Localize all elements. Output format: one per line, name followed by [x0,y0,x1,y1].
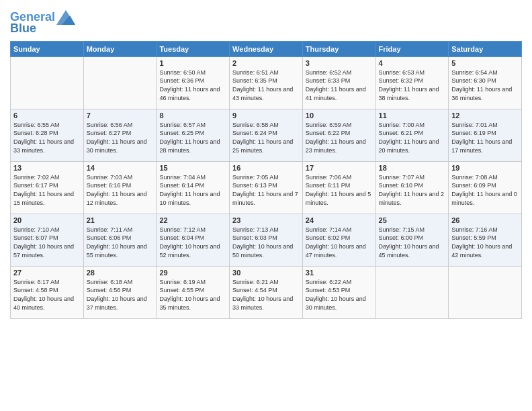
day-number: 16 [232,164,300,172]
day-number: 15 [159,164,226,172]
calendar-cell: 24Sunrise: 7:14 AM Sunset: 6:02 PM Dayli… [302,214,375,266]
day-number: 26 [451,216,519,224]
calendar-week-4: 20Sunrise: 7:10 AM Sunset: 6:07 PM Dayli… [11,214,522,266]
header-day-tuesday: Tuesday [157,41,230,56]
day-number: 7 [87,111,154,120]
day-number: 21 [87,216,154,224]
day-info: Sunrise: 7:02 AM Sunset: 6:17 PM Dayligh… [13,173,81,207]
header-day-thursday: Thursday [302,41,375,56]
calendar-cell [449,266,522,318]
day-info: Sunrise: 7:16 AM Sunset: 5:59 PM Dayligh… [451,226,519,259]
day-number: 22 [159,216,226,224]
day-number: 8 [159,111,226,120]
day-info: Sunrise: 6:50 AM Sunset: 6:36 PM Dayligh… [159,68,226,102]
day-info: Sunrise: 7:13 AM Sunset: 6:03 PM Dayligh… [232,226,300,259]
day-info: Sunrise: 7:15 AM Sunset: 6:00 PM Dayligh… [379,226,446,259]
calendar-cell: 11Sunrise: 7:00 AM Sunset: 6:21 PM Dayli… [375,109,449,161]
day-info: Sunrise: 7:10 AM Sunset: 6:07 PM Dayligh… [13,226,81,259]
calendar-body: 1Sunrise: 6:50 AM Sunset: 6:36 PM Daylig… [11,56,522,318]
calendar-cell [83,56,157,109]
day-number: 12 [451,111,519,120]
day-info: Sunrise: 7:11 AM Sunset: 6:06 PM Dayligh… [87,226,154,259]
calendar-week-5: 27Sunrise: 6:17 AM Sunset: 4:58 PM Dayli… [11,266,522,318]
calendar-cell: 17Sunrise: 7:06 AM Sunset: 6:11 PM Dayli… [302,161,375,214]
page: General Blue SundayMondayTuesdayWednesda… [0,0,532,411]
calendar-cell: 1Sunrise: 6:50 AM Sunset: 6:36 PM Daylig… [157,56,230,109]
calendar-cell: 7Sunrise: 6:56 AM Sunset: 6:27 PM Daylig… [83,109,157,161]
calendar-cell: 25Sunrise: 7:15 AM Sunset: 6:00 PM Dayli… [375,214,449,266]
day-info: Sunrise: 7:01 AM Sunset: 6:19 PM Dayligh… [451,121,519,154]
calendar-week-3: 13Sunrise: 7:02 AM Sunset: 6:17 PM Dayli… [11,161,522,214]
day-number: 19 [451,164,519,172]
calendar-cell: 18Sunrise: 7:07 AM Sunset: 6:10 PM Dayli… [375,161,449,214]
day-info: Sunrise: 6:19 AM Sunset: 4:55 PM Dayligh… [159,278,226,312]
day-info: Sunrise: 6:22 AM Sunset: 4:53 PM Dayligh… [306,278,373,312]
day-number: 13 [13,164,81,172]
day-number: 10 [306,111,373,120]
calendar-cell: 5Sunrise: 6:54 AM Sunset: 6:30 PM Daylig… [449,56,522,109]
day-info: Sunrise: 6:51 AM Sunset: 6:35 PM Dayligh… [232,68,300,102]
day-number: 9 [232,111,300,120]
day-info: Sunrise: 7:05 AM Sunset: 6:13 PM Dayligh… [232,173,300,207]
day-number: 27 [13,269,81,277]
day-number: 29 [159,269,226,277]
header: General Blue [10,7,522,36]
day-number: 30 [232,269,300,277]
logo-icon [56,10,75,25]
calendar-cell: 20Sunrise: 7:10 AM Sunset: 6:07 PM Dayli… [11,214,84,266]
day-number: 23 [232,216,300,224]
day-number: 5 [451,59,519,67]
day-info: Sunrise: 7:04 AM Sunset: 6:14 PM Dayligh… [159,173,226,207]
day-info: Sunrise: 6:53 AM Sunset: 6:32 PM Dayligh… [379,68,446,102]
day-info: Sunrise: 6:54 AM Sunset: 6:30 PM Dayligh… [451,68,519,102]
day-number: 3 [306,59,373,67]
day-info: Sunrise: 6:17 AM Sunset: 4:58 PM Dayligh… [13,278,81,312]
calendar-cell: 27Sunrise: 6:17 AM Sunset: 4:58 PM Dayli… [11,266,84,318]
calendar-cell: 8Sunrise: 6:57 AM Sunset: 6:25 PM Daylig… [157,109,230,161]
day-info: Sunrise: 6:21 AM Sunset: 4:54 PM Dayligh… [232,278,300,312]
day-number: 28 [87,269,154,277]
calendar-cell: 12Sunrise: 7:01 AM Sunset: 6:19 PM Dayli… [449,109,522,161]
calendar-cell: 13Sunrise: 7:02 AM Sunset: 6:17 PM Dayli… [11,161,84,214]
day-info: Sunrise: 6:59 AM Sunset: 6:22 PM Dayligh… [306,121,373,154]
logo: General Blue [10,10,75,36]
header-day-friday: Friday [375,41,449,56]
day-info: Sunrise: 7:14 AM Sunset: 6:02 PM Dayligh… [306,226,373,259]
calendar-week-2: 6Sunrise: 6:55 AM Sunset: 6:28 PM Daylig… [11,109,522,161]
day-number: 31 [306,269,373,277]
day-number: 25 [379,216,446,224]
day-info: Sunrise: 7:03 AM Sunset: 6:16 PM Dayligh… [87,173,154,207]
day-info: Sunrise: 7:12 AM Sunset: 6:04 PM Dayligh… [159,226,226,259]
day-number: 6 [13,111,81,120]
day-info: Sunrise: 7:06 AM Sunset: 6:11 PM Dayligh… [306,173,373,207]
calendar-cell: 9Sunrise: 6:58 AM Sunset: 6:24 PM Daylig… [230,109,303,161]
header-day-sunday: Sunday [11,41,84,56]
day-number: 17 [306,164,373,172]
calendar-cell: 28Sunrise: 6:18 AM Sunset: 4:56 PM Dayli… [83,266,157,318]
calendar-table: SundayMondayTuesdayWednesdayThursdayFrid… [10,41,522,319]
calendar-cell: 16Sunrise: 7:05 AM Sunset: 6:13 PM Dayli… [230,161,303,214]
header-day-wednesday: Wednesday [230,41,303,56]
header-day-saturday: Saturday [449,41,522,56]
day-info: Sunrise: 6:56 AM Sunset: 6:27 PM Dayligh… [87,121,154,154]
calendar-cell: 26Sunrise: 7:16 AM Sunset: 5:59 PM Dayli… [449,214,522,266]
calendar-cell: 23Sunrise: 7:13 AM Sunset: 6:03 PM Dayli… [230,214,303,266]
calendar-cell [375,266,449,318]
calendar-cell: 29Sunrise: 6:19 AM Sunset: 4:55 PM Dayli… [157,266,230,318]
day-info: Sunrise: 6:18 AM Sunset: 4:56 PM Dayligh… [87,278,154,312]
header-row: SundayMondayTuesdayWednesdayThursdayFrid… [11,41,522,56]
day-number: 4 [379,59,446,67]
calendar-cell: 21Sunrise: 7:11 AM Sunset: 6:06 PM Dayli… [83,214,157,266]
day-info: Sunrise: 6:55 AM Sunset: 6:28 PM Dayligh… [13,121,81,154]
day-number: 20 [13,216,81,224]
day-info: Sunrise: 6:58 AM Sunset: 6:24 PM Dayligh… [232,121,300,154]
day-info: Sunrise: 7:00 AM Sunset: 6:21 PM Dayligh… [379,121,446,154]
day-number: 2 [232,59,300,67]
day-info: Sunrise: 6:57 AM Sunset: 6:25 PM Dayligh… [159,121,226,154]
header-day-monday: Monday [83,41,157,56]
calendar-header: SundayMondayTuesdayWednesdayThursdayFrid… [11,41,522,56]
day-number: 1 [159,59,226,67]
calendar-week-1: 1Sunrise: 6:50 AM Sunset: 6:36 PM Daylig… [11,56,522,109]
day-number: 18 [379,164,446,172]
calendar-cell: 19Sunrise: 7:08 AM Sunset: 6:09 PM Dayli… [449,161,522,214]
